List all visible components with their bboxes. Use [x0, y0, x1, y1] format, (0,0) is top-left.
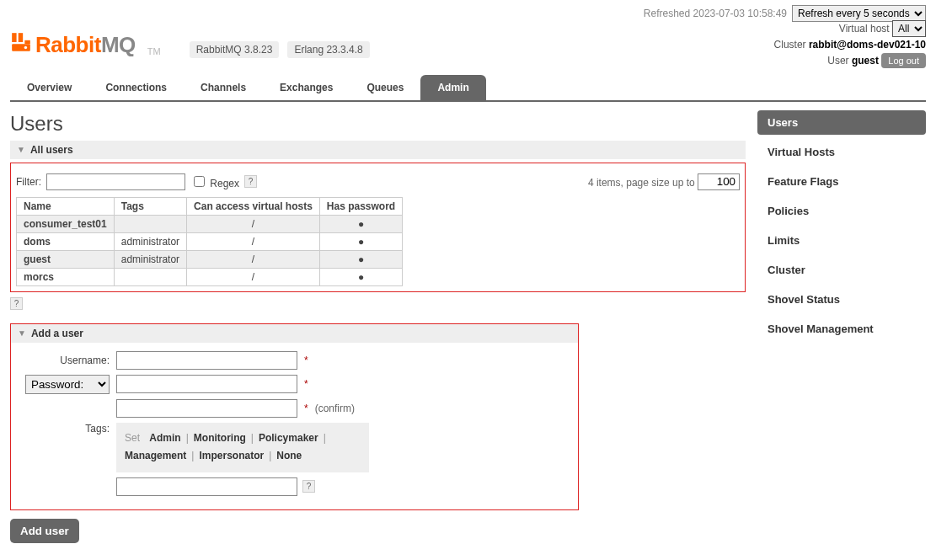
section-add-user-header[interactable]: ▼ Add a user — [11, 324, 578, 343]
refreshed-label: Refreshed 2023-07-03 10:58:49 — [644, 8, 787, 19]
nav-tab-connections[interactable]: Connections — [88, 75, 184, 100]
tag-option-impersonator[interactable]: Impersonator — [199, 450, 264, 461]
nav-tab-channels[interactable]: Channels — [184, 75, 263, 100]
table-row[interactable]: consumer_test01/● — [17, 215, 403, 232]
version-badge-rabbitmq: RabbitMQ 3.8.23 — [190, 41, 280, 58]
nav-tab-overview[interactable]: Overview — [10, 75, 88, 100]
required-marker: * — [304, 378, 308, 390]
sidebar-item-limits[interactable]: Limits — [757, 228, 926, 253]
table-row[interactable]: morcs/● — [17, 268, 403, 285]
tag-option-admin[interactable]: Admin — [149, 432, 180, 444]
help-icon[interactable]: ? — [10, 297, 23, 310]
username-label: Username: — [21, 355, 110, 366]
tag-option-management[interactable]: Management — [125, 450, 186, 461]
add-user-panel: ▼ Add a user Username: * Password: * * — [10, 323, 579, 510]
refresh-interval-select[interactable]: Refresh every 5 seconds — [792, 5, 926, 22]
page-size-input[interactable] — [698, 173, 740, 190]
rabbit-icon — [10, 31, 32, 59]
col-tags[interactable]: Tags — [114, 197, 186, 215]
sidebar: UsersVirtual HostsFeature FlagsPoliciesL… — [757, 110, 926, 543]
logo-tm: TM — [147, 46, 161, 59]
user-info: User guest Log out — [774, 53, 926, 69]
logout-button[interactable]: Log out — [881, 53, 926, 68]
version-badge-erlang: Erlang 23.3.4.8 — [287, 41, 369, 58]
logo: RabbitMQ — [10, 31, 136, 59]
nav-tab-exchanges[interactable]: Exchanges — [263, 75, 350, 100]
svg-point-4 — [24, 46, 27, 49]
password-confirm-input[interactable] — [116, 399, 297, 418]
chevron-down-icon: ▼ — [17, 145, 25, 154]
main-nav: OverviewConnectionsChannelsExchangesQueu… — [10, 75, 926, 102]
required-marker: * — [304, 355, 308, 366]
sidebar-item-shovel-status[interactable]: Shovel Status — [757, 287, 926, 312]
svg-rect-2 — [12, 44, 30, 51]
sidebar-item-virtual-hosts[interactable]: Virtual Hosts — [757, 140, 926, 164]
table-row[interactable]: guestadministrator/● — [17, 250, 403, 268]
virtual-host-select[interactable]: All — [892, 20, 926, 37]
required-marker: * — [304, 403, 308, 414]
filter-input[interactable] — [46, 173, 185, 190]
svg-rect-3 — [24, 40, 30, 44]
col-name[interactable]: Name — [17, 197, 115, 215]
tags-label: Tags: — [21, 423, 110, 435]
filter-label: Filter: — [16, 176, 41, 188]
section-all-users-header[interactable]: ▼ All users — [10, 141, 746, 159]
col-vhosts[interactable]: Can access virtual hosts — [187, 197, 320, 215]
regex-checkbox-label[interactable]: Regex — [190, 173, 239, 189]
sidebar-item-policies[interactable]: Policies — [757, 199, 926, 223]
sidebar-item-cluster[interactable]: Cluster — [757, 258, 926, 282]
users-table: Name Tags Can access virtual hosts Has p… — [16, 197, 403, 286]
cluster-info: Cluster rabbit@doms-dev021-10 — [774, 37, 926, 53]
all-users-panel: Filter: Regex ? 4 items, page size up to… — [10, 163, 746, 292]
sidebar-item-users[interactable]: Users — [757, 110, 926, 135]
tag-option-none[interactable]: None — [276, 450, 302, 461]
password-type-select[interactable]: Password: — [25, 375, 110, 394]
table-row[interactable]: domsadministrator/● — [17, 232, 403, 250]
password-input[interactable] — [116, 375, 297, 393]
tag-option-policymaker[interactable]: Policymaker — [259, 432, 318, 444]
nav-tab-queues[interactable]: Queues — [350, 75, 420, 100]
page-title: Users — [10, 112, 746, 136]
tag-option-monitoring[interactable]: Monitoring — [194, 432, 246, 444]
regex-checkbox[interactable] — [194, 176, 205, 187]
tag-shortcuts: Set Admin|Monitoring|Policymaker|Managem… — [116, 423, 369, 472]
help-icon[interactable]: ? — [244, 175, 257, 188]
nav-tab-admin[interactable]: Admin — [420, 75, 485, 100]
chevron-down-icon: ▼ — [18, 328, 26, 338]
tags-input[interactable] — [116, 477, 297, 496]
username-input[interactable] — [116, 351, 297, 370]
sidebar-item-feature-flags[interactable]: Feature Flags — [757, 169, 926, 194]
col-pwd[interactable]: Has password — [319, 197, 402, 215]
help-icon[interactable]: ? — [302, 480, 315, 493]
add-user-button[interactable]: Add user — [10, 519, 79, 543]
virtual-host-row: Virtual host All — [774, 20, 926, 37]
svg-rect-0 — [12, 33, 16, 42]
svg-rect-1 — [19, 33, 23, 42]
item-count-text: 4 items, page size up to — [588, 176, 695, 188]
sidebar-item-shovel-management[interactable]: Shovel Management — [757, 317, 926, 341]
confirm-label: (confirm) — [315, 403, 355, 414]
